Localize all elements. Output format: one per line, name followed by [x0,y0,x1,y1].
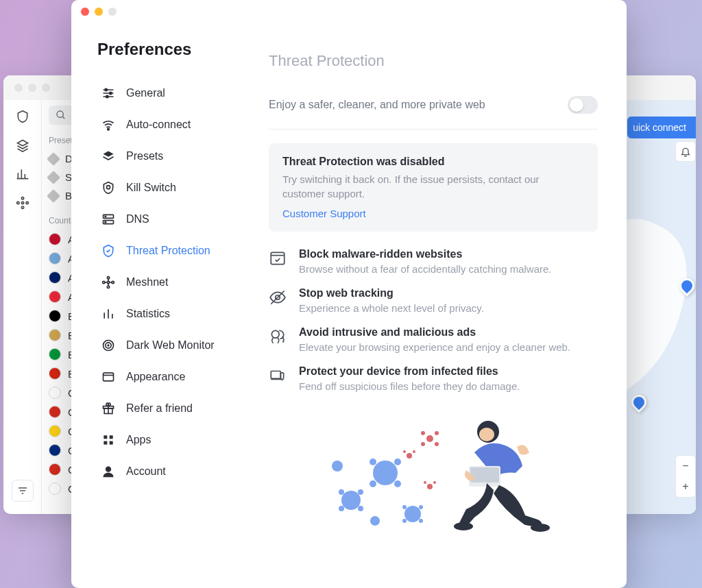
nav-item-account[interactable]: Account [97,459,243,484]
search-icon [56,110,66,121]
svg-point-20 [107,286,109,288]
layers-icon[interactable] [16,138,29,152]
nav-label: Auto-connect [126,119,191,131]
toggle-label: Enjoy a safer, cleaner, and more private… [269,99,485,111]
svg-rect-28 [110,435,113,439]
nav-item-apps[interactable]: Apps [97,428,243,452]
illustration [269,404,598,541]
traffic-light-close[interactable] [14,84,23,92]
nav-label: Account [126,465,166,478]
svg-point-34 [271,330,279,338]
traffic-light-zoom[interactable] [42,84,50,92]
svg-point-51 [332,461,343,471]
sliders-icon [17,485,28,496]
filter-button[interactable] [12,480,34,502]
svg-rect-30 [110,441,113,445]
svg-rect-24 [104,373,114,381]
nav-item-refer-a-friend[interactable]: Refer a friend [97,396,243,421]
traffic-light-close[interactable] [81,8,89,16]
bg-left-rail [3,100,42,514]
nav-item-general[interactable]: General [97,81,243,106]
flag-icon [49,367,61,380]
svg-point-19 [107,277,109,279]
nav-label: Threat Protection [126,245,210,257]
feature-desc: Fend off suspicious files before they do… [299,380,520,392]
feature-item: Block malware-ridden websitesBrowse with… [269,248,598,275]
gift-icon [101,402,115,415]
shield-icon[interactable] [16,110,29,123]
bell-icon [680,146,691,157]
nav-item-appearance[interactable]: Appearance [97,365,243,389]
nav-item-auto-connect[interactable]: Auto-connect [97,112,243,137]
svg-point-5 [57,111,63,117]
svg-point-68 [454,522,473,530]
svg-point-55 [421,431,425,435]
svg-point-41 [373,461,398,485]
svg-point-3 [21,197,23,199]
svg-point-39 [339,506,344,511]
threat-protection-toggle[interactable] [568,96,598,114]
notifications-button[interactable] [675,141,696,162]
svg-point-61 [427,484,433,489]
nav-item-threat-protection[interactable]: Threat Protection [97,238,243,263]
svg-point-15 [105,221,106,223]
traffic-light-minimize[interactable] [95,8,103,16]
flag-icon [49,233,61,245]
feature-title: Protect your device from infected files [299,365,520,378]
feature-title: Block malware-ridden websites [299,248,552,260]
svg-point-59 [413,450,415,453]
svg-point-69 [531,524,550,532]
svg-point-53 [426,435,433,442]
flag-icon [49,406,61,418]
svg-point-52 [370,516,380,526]
nav-label: Kill Switch [126,182,176,194]
preferences-main: Threat Protection Enjoy a safer, cleaner… [250,23,627,588]
svg-rect-67 [470,467,499,482]
flag-icon [49,463,61,476]
customer-support-link[interactable]: Customer Support [282,208,584,219]
nav-label: Refer a friend [126,402,193,415]
nav-label: DNS [126,213,149,225]
svg-point-60 [403,450,406,453]
traffic-light-zoom[interactable] [108,8,117,16]
page-title: Threat Protection [269,52,598,70]
svg-point-54 [435,431,439,435]
svg-point-17 [103,281,105,283]
svg-point-56 [435,442,439,446]
nav-item-dark-web-monitor[interactable]: Dark Web Monitor [97,333,243,358]
feature-list: Block malware-ridden websitesBrowse with… [269,248,598,392]
feature-desc: Experience a whole next level of privacy… [299,302,484,314]
layers-icon [101,149,115,163]
svg-point-42 [370,458,376,465]
nav-item-meshnet[interactable]: Meshnet [97,270,243,295]
nav-label: General [126,87,165,99]
flag-icon [49,291,61,303]
nav-item-statistics[interactable]: Statistics [97,302,243,326]
sliders-icon [101,86,115,100]
nav-item-kill-switch[interactable]: Kill Switch [97,175,243,200]
svg-point-8 [110,92,112,94]
nav-item-presets[interactable]: Presets [97,144,243,169]
mesh-icon[interactable] [16,196,29,210]
feature-title: Stop web tracking [299,287,484,299]
quick-connect-button[interactable]: uick connect [627,117,696,138]
svg-rect-27 [104,435,107,439]
svg-point-48 [419,505,423,509]
svg-point-50 [419,519,423,523]
zoom-out-icon[interactable]: − [682,460,688,472]
zoom-control[interactable]: −+ [675,455,696,498]
nav-label: Statistics [126,308,170,320]
svg-point-31 [106,467,111,472]
pref-titlebar [71,0,627,23]
svg-point-36 [341,491,361,510]
zoom-in-icon[interactable]: + [682,480,688,493]
traffic-light-minimize[interactable] [28,84,36,92]
nav-item-dns[interactable]: DNS [97,207,243,232]
svg-point-62 [433,481,436,484]
stats-icon[interactable] [16,167,29,181]
flag-icon [49,329,61,341]
svg-rect-32 [271,252,285,264]
alert-text: Try switching it back on. If the issue p… [282,172,584,201]
svg-point-47 [402,505,407,509]
diamond-icon [47,189,60,203]
